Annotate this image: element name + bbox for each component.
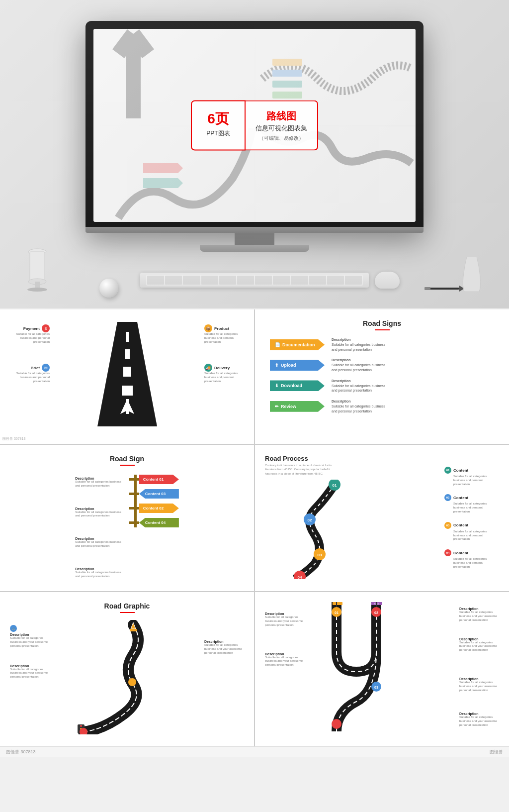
tag-content03: Content 03 (139, 489, 179, 499)
svg-point-52 (332, 719, 341, 729)
slide2-underline (375, 329, 390, 330)
slide-5: Road Graphic 🚲 Description Suitable for … (0, 592, 254, 746)
slide-6: Description Suitable for all categories … (255, 592, 509, 746)
slide4-title: Road Process (265, 455, 440, 462)
slide3-underline (120, 465, 135, 466)
svg-rect-6 (272, 81, 302, 88)
slide4-content: Road Process Contrary to it has roots in… (265, 455, 499, 581)
svg-point-36 (80, 725, 82, 727)
monitor-section: 6页 PPT图表 路线图 信息可视化图表集 （可编辑、易修改） (0, 0, 509, 308)
apple-logo (250, 216, 259, 226)
svg-text:02: 02 (308, 518, 312, 522)
svg-point-14 (27, 288, 47, 292)
monitor-base (200, 245, 309, 252)
slide1-labels-left: Payment $ Suitable for all categoriesbus… (10, 324, 50, 384)
road-svg (78, 322, 177, 426)
sign-documentation: 📄 Documentation (270, 339, 325, 350)
watermark-bottom: 图怪兽 307813 (6, 749, 36, 755)
svg-text:04: 04 (298, 575, 302, 579)
product-note-cn: （可编辑、易修改） (255, 135, 307, 142)
label-product: Product (214, 326, 229, 331)
icon-product: 📦 (204, 324, 212, 332)
slide-2: Road Signs 📄 Documentation DescriptionSu… (255, 309, 509, 444)
svg-rect-11 (30, 252, 45, 282)
keyboard (140, 273, 369, 288)
slide-1: Payment $ Suitable for all categoriesbus… (0, 309, 254, 444)
svg-rect-5 (272, 70, 302, 77)
slide5-desc1: 🚲 Description Suitable for all categorie… (10, 625, 50, 648)
site-tag: 图怪兽 (490, 749, 503, 755)
slide4-left: Road Process Contrary to it has roots in… (265, 455, 440, 581)
bottom-bar: 图怪兽 307813 图怪兽 (0, 746, 509, 757)
slide6-right: Description Suitable for all categories … (459, 602, 499, 736)
slide5-road (54, 620, 200, 736)
icon-brief: ✉ (42, 364, 50, 372)
sign-row-3: ⬇ Download DescriptionSuitable for all c… (270, 379, 494, 393)
slide5-content: 🚲 Description Suitable for all categorie… (10, 620, 244, 736)
slide4-right: 01 Content Suitable for all categories b… (444, 455, 499, 581)
slide6-rdesc-02: Description Suitable for all categories … (459, 637, 499, 652)
slide5-title: Road Graphic (10, 602, 244, 610)
node-02-desc: 02 Content Suitable for all categories b… (444, 494, 499, 513)
slides-grid: Payment $ Suitable for all categoriesbus… (0, 309, 509, 746)
overlay-left: 6页 PPT图表 (191, 101, 246, 151)
tag-content04: Content 04 (139, 518, 179, 527)
sign-review-desc: DescriptionSuitable for all categories b… (332, 399, 385, 413)
deco-lamp (25, 246, 50, 298)
svg-rect-17 (424, 287, 430, 290)
label-delivery-desc: Suitable for all categoriesbusiness and … (204, 372, 244, 383)
sign-doc-desc: DescriptionSuitable for all categories b… (332, 337, 385, 352)
svg-text:01: 01 (333, 483, 337, 488)
slide6-left: Description Suitable for all categories … (265, 602, 305, 736)
desc-content01: Description Suitable for all categories … (75, 477, 121, 488)
svg-rect-22 (122, 386, 133, 396)
road-signs-list: 📄 Documentation DescriptionSuitable for … (265, 337, 499, 414)
slide-4: Road Process Contrary to it has roots in… (255, 445, 509, 591)
label-payment-desc: Suitable for all categoriesbusiness and … (10, 332, 50, 344)
svg-rect-20 (125, 349, 130, 359)
svg-rect-24 (126, 399, 129, 414)
svg-rect-21 (123, 367, 131, 377)
mouse (375, 272, 400, 289)
slide-3: Road Sign Description Suitable for all c… (0, 445, 254, 591)
svg-text:01: 01 (335, 611, 339, 614)
label-delivery: Delivery (214, 366, 230, 370)
icon-payment: $ (42, 324, 50, 332)
node-04-desc: 04 Content Suitable for all categories b… (444, 549, 499, 569)
sign-row-4: ✏ Review DescriptionSuitable for all cat… (270, 399, 494, 413)
slide5-desc2: Description Suitable for all categories … (10, 664, 50, 679)
screen-overlay: 6页 PPT图表 路线图 信息可视化图表集 （可编辑、易修改） (191, 101, 318, 151)
svg-rect-4 (272, 59, 302, 66)
node-01-desc: 01 Content Suitable for all categories b… (444, 467, 499, 486)
slide3-left-descs: Description Suitable for all categories … (75, 477, 121, 578)
slide6-desc-02: Description Suitable for all categories … (265, 652, 305, 667)
monitor-back (85, 227, 424, 233)
arrow-content01: Content 01 (129, 475, 179, 484)
product-subtitle-cn: 信息可视化图表集 (255, 124, 307, 133)
deco-vase (459, 257, 484, 299)
slide-count: 6页 (204, 109, 233, 128)
sign-upload: ⬆ Upload (270, 360, 325, 371)
svg-point-40 (128, 678, 136, 686)
desc-content02: Description Suitable for all categories … (75, 537, 121, 548)
sign-row-2: ⬆ Upload DescriptionSuitable for all cat… (270, 358, 494, 372)
slide1-labels-right: 📦 Product Suitable for all categoriesbus… (204, 324, 244, 384)
sign-row-1: 📄 Documentation DescriptionSuitable for … (270, 337, 494, 352)
node-03-desc: 03 Content Suitable for all categories b… (444, 522, 499, 541)
sign-upload-desc: DescriptionSuitable for all categories b… (332, 358, 385, 372)
slide5-right: Description Suitable for all categories … (204, 620, 244, 736)
slide6-road: Finish 01 02 03 (307, 602, 457, 736)
sign-download[interactable]: ⬇ Download (270, 380, 325, 391)
slide3-title: Road Sign (10, 455, 244, 463)
slide4-desc: Contrary to it has roots in a piece of c… (265, 463, 335, 476)
arrow-content04: Content 04 (129, 518, 179, 527)
slide6-rdesc-01: Description Suitable for all categories … (459, 607, 499, 622)
product-title-cn: 路线图 (255, 109, 307, 123)
watermark-1: 图怪兽 307813 (2, 436, 25, 441)
svg-rect-7 (272, 92, 302, 99)
slide6-rdesc-03: Description Suitable for all categories … (459, 677, 499, 692)
icon-delivery: 🚚 (204, 364, 212, 372)
svg-text:02: 02 (374, 611, 378, 614)
monitor-body: 6页 PPT图表 路线图 信息可视化图表集 （可编辑、易修改） (85, 21, 424, 230)
svg-marker-9 (143, 178, 183, 188)
